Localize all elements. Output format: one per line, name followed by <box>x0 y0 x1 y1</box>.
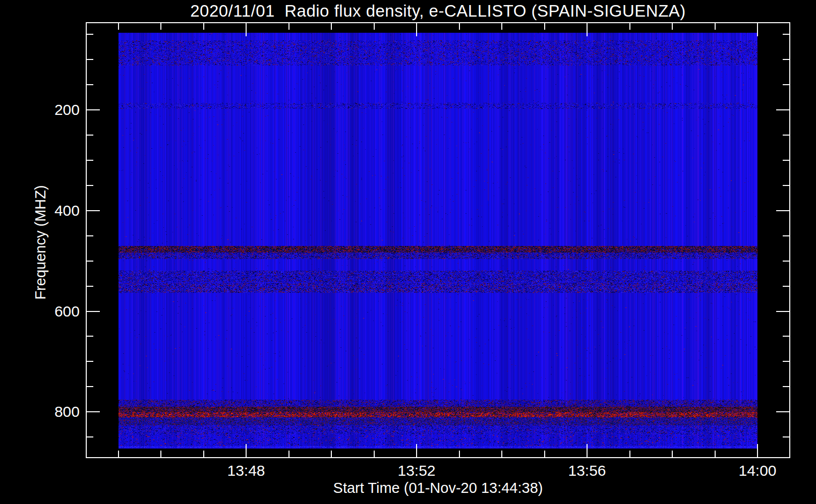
x-minor-tick <box>544 451 545 457</box>
x-minor-tick <box>203 451 204 457</box>
plot-frame-left <box>86 22 87 458</box>
y-minor-tick <box>87 59 93 60</box>
y-minor-tick-right <box>783 34 789 35</box>
y-minor-tick <box>87 84 93 85</box>
plot-frame-bottom <box>86 457 790 458</box>
y-minor-tick-right <box>783 361 789 362</box>
x-axis-label: Start Time (01-Nov-20 13:44:38) <box>86 479 790 497</box>
y-minor-tick-right <box>783 160 789 161</box>
x-minor-tick-top <box>501 23 502 30</box>
x-minor-tick-top <box>331 23 332 30</box>
x-minor-tick <box>288 451 289 457</box>
y-axis-label: Frequency (MHZ) <box>32 185 49 299</box>
x-minor-tick-top <box>629 23 630 30</box>
x-minor-tick-top <box>160 23 161 30</box>
y-major-tick-right <box>776 411 789 412</box>
y-minor-tick <box>87 286 93 287</box>
y-minor-tick <box>87 336 93 337</box>
y-minor-tick-right <box>783 59 789 60</box>
y-major-tick <box>87 109 100 110</box>
x-minor-tick <box>118 451 119 457</box>
y-major-tick-right <box>776 210 789 211</box>
y-minor-tick <box>87 135 93 136</box>
x-tick-label: 13:48 <box>201 462 292 480</box>
x-major-tick <box>246 444 247 457</box>
y-major-tick <box>87 210 100 211</box>
y-minor-tick <box>87 235 93 236</box>
x-tick-label: 13:52 <box>371 462 462 480</box>
x-minor-tick <box>501 451 502 457</box>
y-minor-tick-right <box>783 261 789 262</box>
y-minor-tick <box>87 361 93 362</box>
x-minor-tick-top <box>203 23 204 30</box>
y-minor-tick <box>87 261 93 262</box>
x-minor-tick <box>374 451 375 457</box>
x-minor-tick <box>629 451 630 457</box>
x-minor-tick <box>331 451 332 457</box>
y-major-tick-right <box>776 311 789 312</box>
y-minor-tick-right <box>783 235 789 236</box>
y-minor-tick <box>87 386 93 387</box>
y-minor-tick <box>87 436 93 437</box>
y-minor-tick-right <box>783 135 789 136</box>
x-major-tick <box>757 444 758 457</box>
y-major-tick <box>87 411 100 412</box>
x-major-tick-top <box>587 23 588 36</box>
x-minor-tick-top <box>544 23 545 30</box>
spectrogram-image <box>119 33 757 449</box>
spectrogram-screen: 2020/11/01 Radio flux density, e-CALLIST… <box>0 0 816 504</box>
plot-frame-top <box>86 22 790 23</box>
y-minor-tick-right <box>783 185 789 186</box>
y-minor-tick-right <box>783 286 789 287</box>
y-tick-label: 400 <box>18 202 80 220</box>
y-major-tick <box>87 311 100 312</box>
plot-frame-right <box>789 22 790 458</box>
x-minor-tick <box>715 451 716 457</box>
y-major-tick-right <box>776 109 789 110</box>
y-minor-tick-right <box>783 436 789 437</box>
y-minor-tick <box>87 185 93 186</box>
x-major-tick <box>587 444 588 457</box>
x-minor-tick-top <box>288 23 289 30</box>
x-major-tick-top <box>416 23 417 36</box>
x-minor-tick-top <box>374 23 375 30</box>
y-minor-tick <box>87 34 93 35</box>
x-minor-tick <box>459 451 460 457</box>
x-minor-tick <box>160 451 161 457</box>
x-minor-tick-top <box>118 23 119 30</box>
y-minor-tick <box>87 160 93 161</box>
chart-title: 2020/11/01 Radio flux density, e-CALLIST… <box>86 1 790 22</box>
y-minor-tick-right <box>783 336 789 337</box>
x-minor-tick-top <box>715 23 716 30</box>
x-major-tick-top <box>757 23 758 36</box>
y-minor-tick-right <box>783 84 789 85</box>
x-minor-tick-top <box>672 23 673 30</box>
x-major-tick-top <box>246 23 247 36</box>
x-tick-label: 13:56 <box>542 462 632 480</box>
y-minor-tick-right <box>783 386 789 387</box>
x-minor-tick <box>672 451 673 457</box>
y-tick-label: 200 <box>18 101 80 119</box>
y-tick-label: 800 <box>18 403 80 421</box>
y-tick-label: 600 <box>18 302 80 321</box>
x-minor-tick-top <box>459 23 460 30</box>
x-tick-label: 14:00 <box>712 462 803 480</box>
x-major-tick <box>416 444 417 457</box>
